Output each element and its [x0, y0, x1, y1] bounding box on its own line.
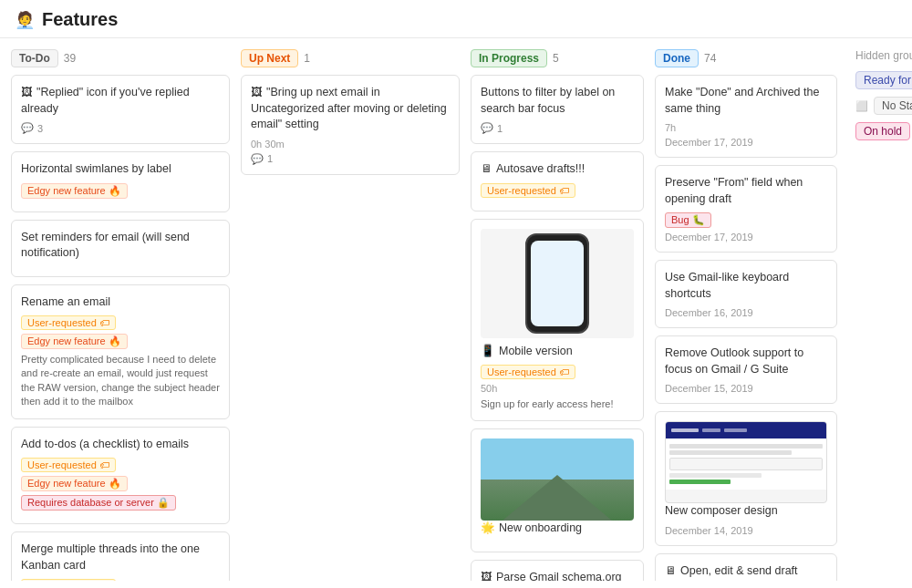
comment-row: 💬1: [481, 122, 634, 134]
onhold-label: On hold: [855, 122, 910, 140]
card-mobile-version[interactable]: 📱Mobile version User-requested 🏷 50h Sig…: [471, 219, 644, 422]
card-title: 🖼Parse Gmail schema.org markup in emails…: [481, 570, 634, 581]
column-inprogress: In Progress 5 Buttons to filter by label…: [471, 49, 644, 581]
board-container: To-Do 39 🖼"Replied" icon if you've repli…: [0, 38, 912, 581]
inprogress-label: In Progress: [471, 49, 547, 67]
tag-user-requested: User-requested 🏷: [21, 458, 116, 472]
tag-edgy: Edgy new feature 🔥: [21, 476, 128, 491]
ready-label: Ready for next release: [855, 71, 912, 89]
comment-row: 💬1: [251, 153, 450, 165]
todo-label: To-Do: [11, 49, 58, 67]
card-title: Preserve "From" field when opening draft: [665, 175, 827, 207]
card-date: December 17, 2019: [665, 137, 827, 148]
page-title: Features: [42, 9, 118, 30]
card-title: 📱Mobile version: [481, 344, 634, 360]
todo-count: 39: [64, 52, 76, 65]
card-title: 🖥Autosave drafts!!!: [481, 161, 634, 178]
no-status-icon: ⬜: [855, 100, 868, 112]
card-replied-icon[interactable]: 🖼"Replied" icon if you've replied alread…: [11, 75, 230, 144]
card-title: Buttons to filter by label on search bar…: [481, 85, 634, 117]
card-desc: Pretty complicated because I need to del…: [21, 353, 220, 409]
hidden-group-nostatus[interactable]: ⬜ No Status 0: [855, 97, 912, 115]
comment-row: 💬3: [21, 122, 220, 134]
done-count: 74: [704, 52, 716, 65]
card-date: December 16, 2019: [665, 307, 827, 318]
card-add-todos[interactable]: Add to-dos (a checklist) to emails User-…: [11, 427, 230, 525]
card-date: December 14, 2019: [665, 525, 827, 536]
card-title: 🌟New onboarding: [481, 521, 634, 537]
card-title: Add to-dos (a checklist) to emails: [21, 437, 220, 453]
card-keyboard-shortcuts[interactable]: Use Gmail-like keyboard shortcuts Decemb…: [655, 260, 837, 328]
card-title: 🖼"Bring up next email in Uncategorized a…: [251, 85, 450, 133]
inprogress-count: 5: [553, 52, 559, 65]
card-horizontal-swimlanes[interactable]: Horizontal swimlanes by label Edgy new f…: [11, 151, 230, 212]
card-filter-buttons[interactable]: Buttons to filter by label on search bar…: [471, 75, 644, 144]
card-bring-up-next[interactable]: 🖼"Bring up next email in Uncategorized a…: [241, 75, 460, 175]
card-set-reminders[interactable]: Set reminders for email (will send notif…: [11, 220, 230, 277]
card-title: Rename an email: [21, 294, 220, 311]
tag-edgy: Edgy new feature 🔥: [21, 334, 128, 349]
card-rename-email[interactable]: Rename an email User-requested 🏷 Edgy ne…: [11, 284, 230, 419]
card-title: Make "Done" and Archived the same thing: [665, 85, 827, 117]
column-todo: To-Do 39 🖼"Replied" icon if you've repli…: [11, 49, 230, 581]
tag-db: Requires database or server 🔒: [21, 495, 176, 511]
upnext-count: 1: [304, 52, 310, 65]
card-title: 🖼"Replied" icon if you've replied alread…: [21, 85, 220, 117]
tag-user-requested: User-requested 🏷: [481, 183, 575, 198]
card-title: 🖥Open, edit & send draft: [665, 563, 827, 580]
hidden-groups-title: Hidden groups: [855, 49, 912, 62]
page-header: 🧑‍💼 Features: [0, 0, 912, 38]
card-note: Sign up for early access here!: [481, 397, 634, 411]
column-upnext: Up Next 1 🖼"Bring up next email in Uncat…: [241, 49, 460, 182]
card-make-done-archived[interactable]: Make "Done" and Archived the same thing …: [655, 75, 837, 158]
hidden-groups: Hidden groups Ready for next release 0 ⬜…: [848, 49, 912, 148]
done-label: Done: [655, 49, 699, 67]
card-preserve-from[interactable]: Preserve "From" field when opening draft…: [655, 165, 837, 253]
card-time: 50h: [481, 383, 634, 394]
column-done: Done 74 Make "Done" and Archived the sam…: [655, 49, 837, 581]
card-autosave[interactable]: 🖥Autosave drafts!!! User-requested 🏷: [471, 151, 644, 211]
tag-user-requested: User-requested 🏷: [21, 579, 116, 581]
card-open-edit-draft[interactable]: 🖥Open, edit & send draft Need to worry a…: [655, 553, 837, 582]
nostatus-label: No Status: [874, 97, 912, 115]
card-merge-threads[interactable]: Merge multiple threads into the one Kanb…: [11, 531, 230, 581]
hidden-group-onhold[interactable]: On hold 6: [855, 122, 912, 140]
card-time: 0h 30m: [251, 139, 450, 150]
tag-bug: Bug 🐛: [665, 212, 711, 228]
tag-edgy: Edgy new feature 🔥: [21, 183, 128, 199]
card-title: Set reminders for email (will send notif…: [21, 230, 220, 262]
card-title: Merge multiple threads into the one Kanb…: [21, 542, 220, 573]
page-icon: 🧑‍💼: [15, 10, 35, 30]
card-title: Use Gmail-like keyboard shortcuts: [665, 270, 827, 302]
column-done-header: Done 74: [655, 49, 837, 67]
tag-user-requested: User-requested 🏷: [481, 365, 575, 379]
card-title: Remove Outlook support to focus on Gmail…: [665, 346, 827, 377]
card-title: New composer design: [665, 503, 827, 520]
upnext-label: Up Next: [241, 49, 298, 67]
card-date: December 15, 2019: [665, 383, 827, 394]
card-new-onboarding[interactable]: 🌟New onboarding: [471, 428, 644, 552]
card-date: December 17, 2019: [665, 232, 827, 242]
card-remove-outlook[interactable]: Remove Outlook support to focus on Gmail…: [655, 335, 837, 404]
column-inprogress-header: In Progress 5: [471, 49, 644, 67]
tag-user-requested: User-requested 🏷: [21, 315, 116, 330]
column-upnext-header: Up Next 1: [241, 49, 460, 67]
card-time: 7h: [665, 122, 827, 133]
card-parse-gmail[interactable]: 🖼Parse Gmail schema.org markup in emails…: [471, 560, 644, 581]
card-title: Horizontal swimlanes by label: [21, 161, 220, 178]
column-todo-header: To-Do 39: [11, 49, 230, 67]
hidden-group-ready[interactable]: Ready for next release 0: [855, 71, 912, 89]
card-new-composer[interactable]: New composer design December 14, 2019: [655, 411, 837, 546]
